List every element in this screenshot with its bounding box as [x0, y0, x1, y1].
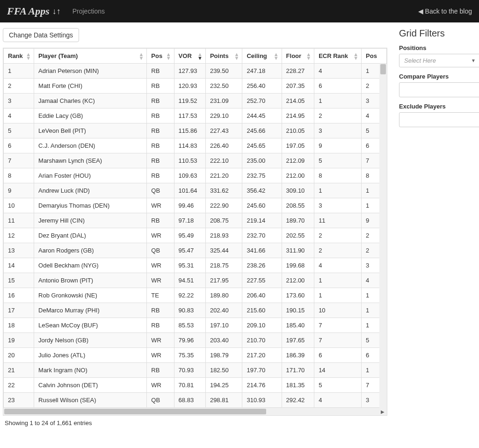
scroll-right-icon[interactable]: ▶ [379, 409, 386, 414]
sort-icon: ↓↑ [52, 7, 61, 16]
table-row: 10Demaryius Thomas (DEN)WR99.46222.90245… [4, 198, 387, 213]
cell-rank: 18 [4, 318, 34, 333]
cell-ecr: 10 [314, 303, 362, 318]
cell-ecr: 6 [314, 79, 362, 94]
cell-rank: 15 [4, 273, 34, 288]
cell-floor: 212.09 [282, 153, 314, 168]
cell-player: Jamaal Charles (KC) [34, 94, 147, 108]
cell-floor: 214.95 [282, 108, 314, 123]
table-row: 14Odell Beckham (NYG)WR95.31218.75238.26… [4, 258, 387, 273]
scrollbar-thumb[interactable] [4, 409, 266, 414]
cell-floor: 214.05 [282, 94, 314, 108]
table-row: 8Arian Foster (HOU)RB109.63221.20232.752… [4, 168, 387, 183]
cell-vor: 95.47 [174, 243, 205, 258]
cell-pos: RB [147, 168, 174, 183]
cell-points: 217.95 [205, 273, 242, 288]
sort-icon: ▲▼ [166, 52, 171, 60]
cell-ecr: 4 [314, 258, 362, 273]
cell-rank: 8 [4, 168, 34, 183]
cell-ecr: 7 [314, 333, 362, 348]
cell-vor: 115.86 [174, 123, 205, 138]
table-row: 11Jeremy Hill (CIN)RB97.18208.75219.1418… [4, 213, 387, 228]
change-data-settings-button[interactable]: Change Data Settings [3, 28, 79, 42]
cell-ecr: 8 [314, 168, 362, 183]
col-header-rank[interactable]: Rank▲▼ [4, 49, 34, 64]
col-header-ecr[interactable]: ECR Rank▲▼ [314, 49, 362, 64]
positions-select[interactable]: Select Here ▼ [399, 54, 479, 67]
cell-ecr: 1 [314, 183, 362, 198]
cell-player: Odell Beckham (NYG) [34, 258, 147, 273]
cell-player: Jeremy Hill (CIN) [34, 213, 147, 228]
cell-pos: QB [147, 183, 174, 198]
cell-pos: WR [147, 198, 174, 213]
cell-pos: WR [147, 258, 174, 273]
cell-pos: WR [147, 348, 174, 363]
cell-floor: 292.42 [282, 393, 314, 408]
cell-ecr: 6 [314, 348, 362, 363]
horizontal-scrollbar[interactable]: ▶ [3, 408, 387, 415]
cell-floor: 208.55 [282, 198, 314, 213]
cell-floor: 197.65 [282, 333, 314, 348]
table-row: 6C.J. Anderson (DEN)RB114.83226.40245.65… [4, 138, 387, 153]
cell-points: 227.43 [205, 123, 242, 138]
brand-text: FFA Apps [7, 5, 50, 17]
cell-ecr: 1 [314, 94, 362, 108]
caret-down-icon: ▼ [471, 58, 476, 63]
col-header-points[interactable]: Points▲▼ [205, 49, 242, 64]
cell-vor: 101.64 [174, 183, 205, 198]
cell-floor: 181.35 [282, 378, 314, 393]
cell-vor: 94.51 [174, 273, 205, 288]
exclude-players-input[interactable] [399, 112, 479, 127]
col-header-posrank[interactable]: Pos [362, 49, 387, 64]
scrollbar-thumb[interactable] [380, 64, 386, 74]
col-header-player[interactable]: Player (Team)▲▼ [34, 49, 147, 64]
cell-points: 194.25 [205, 378, 242, 393]
cell-vor: 95.49 [174, 228, 205, 243]
cell-ceiling: 235.00 [242, 153, 282, 168]
cell-rank: 4 [4, 108, 34, 123]
cell-vor: 92.22 [174, 288, 205, 303]
cell-pos: QB [147, 393, 174, 408]
cell-points: 229.10 [205, 108, 242, 123]
back-to-blog-link[interactable]: ◀ Back to the blog [418, 7, 472, 15]
cell-player: Eddie Lacy (GB) [34, 108, 147, 123]
table-row: 15Antonio Brown (PIT)WR94.51217.95227.55… [4, 273, 387, 288]
table-row: 17DeMarco Murray (PHI)RB90.83202.40215.6… [4, 303, 387, 318]
cell-vor: 110.53 [174, 153, 205, 168]
cell-rank: 17 [4, 303, 34, 318]
cell-floor: 212.00 [282, 273, 314, 288]
col-header-floor[interactable]: Floor▲▼ [282, 49, 314, 64]
cell-ecr: 4 [314, 64, 362, 79]
cell-player: Arian Foster (HOU) [34, 168, 147, 183]
cell-pos: RB [147, 153, 174, 168]
projections-table: Rank▲▼ Player (Team)▲▼ Pos▲▼ VOR▲▼ Point… [3, 48, 387, 408]
cell-player: C.J. Anderson (DEN) [34, 138, 147, 153]
cell-player: Jordy Nelson (GB) [34, 333, 147, 348]
col-header-ceiling[interactable]: Ceiling▲▼ [242, 49, 282, 64]
cell-ceiling: 356.42 [242, 183, 282, 198]
vertical-scrollbar[interactable] [379, 64, 387, 408]
cell-pos: WR [147, 333, 174, 348]
cell-ecr: 1 [314, 273, 362, 288]
cell-player: Marshawn Lynch (SEA) [34, 153, 147, 168]
cell-vor: 109.63 [174, 168, 205, 183]
cell-ceiling: 215.60 [242, 303, 282, 318]
cell-ceiling: 214.76 [242, 378, 282, 393]
cell-rank: 23 [4, 393, 34, 408]
cell-ceiling: 256.40 [242, 79, 282, 94]
sort-icon: ▲▼ [26, 52, 31, 60]
cell-vor: 127.93 [174, 64, 205, 79]
cell-pos: RB [147, 363, 174, 378]
table-scroll-area[interactable]: Rank▲▼ Player (Team)▲▼ Pos▲▼ VOR▲▼ Point… [3, 48, 387, 408]
brand-logo[interactable]: FFA Apps ↓↑ [7, 5, 61, 17]
cell-pos: WR [147, 228, 174, 243]
table-row: 22Calvin Johnson (DET)WR70.81194.25214.7… [4, 378, 387, 393]
cell-floor: 185.40 [282, 318, 314, 333]
cell-points: 189.80 [205, 288, 242, 303]
nav-projections[interactable]: Projections [73, 7, 105, 15]
cell-ecr: 3 [314, 123, 362, 138]
col-header-vor[interactable]: VOR▲▼ [174, 49, 205, 64]
col-header-pos[interactable]: Pos▲▼ [147, 49, 174, 64]
compare-players-input[interactable] [399, 82, 479, 97]
table-row: 12Dez Bryant (DAL)WR95.49218.93232.70202… [4, 228, 387, 243]
